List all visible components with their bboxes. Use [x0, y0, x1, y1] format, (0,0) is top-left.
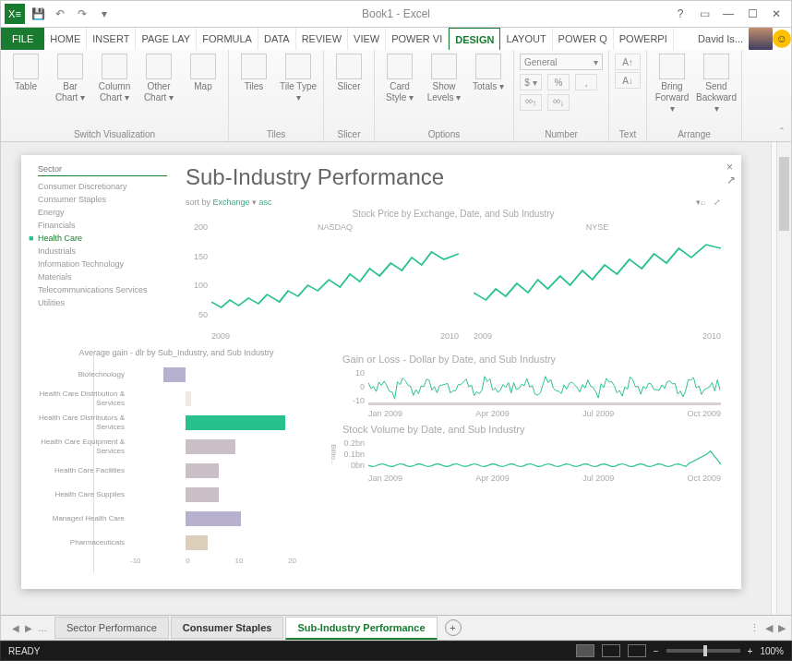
- sort-field[interactable]: Exchange: [213, 198, 250, 207]
- hscroll-left-icon[interactable]: ◀: [765, 622, 773, 634]
- legend-item[interactable]: Telecommunications Services: [38, 283, 167, 296]
- zoom-out-button[interactable]: −: [654, 646, 659, 656]
- tab-data[interactable]: DATA: [258, 28, 296, 50]
- avg-gain-bar-chart[interactable]: Average gain - dlr by Sub_Industry, and …: [38, 348, 315, 565]
- gain-loss-chart[interactable]: 10 0 -10 Jan 2009 Apr 2009 Jul 20: [342, 368, 721, 418]
- tab-layout[interactable]: LAYOUT: [500, 28, 552, 50]
- zoom-level[interactable]: 100%: [760, 646, 784, 656]
- undo-icon[interactable]: ↶: [51, 5, 69, 23]
- sort-dir[interactable]: asc: [259, 198, 272, 207]
- increase-decimal-button[interactable]: ⁰⁰↑: [520, 94, 542, 111]
- increase-font-button[interactable]: A↑: [615, 54, 641, 70]
- slicer-button[interactable]: Slicer: [330, 54, 368, 92]
- other-chart-button[interactable]: Other Chart ▾: [139, 54, 178, 103]
- map-button[interactable]: Map: [184, 54, 222, 92]
- bar-row[interactable]: Health Care Supplies: [130, 483, 315, 507]
- page-break-view-button[interactable]: [628, 644, 646, 657]
- tab-insert[interactable]: INSERT: [87, 28, 136, 50]
- currency-button[interactable]: $ ▾: [520, 74, 542, 90]
- sheet-nav-prev-icon[interactable]: ◀: [12, 623, 19, 633]
- ribbon-options-icon[interactable]: ▭: [695, 6, 714, 22]
- popout-expand-icon[interactable]: ↗: [726, 174, 736, 186]
- y-axis-label: Billio..: [330, 444, 338, 463]
- bar-chart-button[interactable]: Bar Chart ▾: [51, 54, 90, 103]
- bar-row[interactable]: Health Care Distributors & Services: [130, 411, 315, 435]
- column-chart-button[interactable]: Column Chart ▾: [95, 54, 134, 103]
- tab-powerpivot[interactable]: POWERPI: [614, 28, 674, 50]
- tab-power-view[interactable]: POWER VI: [386, 28, 449, 50]
- bar-row[interactable]: Pharmaceuticals: [130, 531, 315, 555]
- legend-item[interactable]: Materials: [38, 270, 167, 283]
- report-canvas[interactable]: × ↗ Sector Consumer Discretionary Consum…: [1, 142, 776, 615]
- sheet-tab[interactable]: Consumer Staples: [171, 617, 284, 639]
- sheet-tab[interactable]: Sector Performance: [54, 617, 169, 639]
- save-icon[interactable]: 💾: [29, 5, 47, 23]
- feedback-icon[interactable]: ☺: [773, 30, 791, 48]
- legend-item[interactable]: Utilities: [38, 296, 167, 309]
- bar-row[interactable]: Health Care Distribution & Services: [130, 387, 315, 411]
- bar-row[interactable]: Health Care Equipment & Services: [130, 435, 315, 459]
- zoom-slider[interactable]: [666, 649, 740, 653]
- signed-in-user[interactable]: David Is...: [692, 33, 749, 44]
- close-icon[interactable]: ✕: [767, 6, 786, 22]
- stock-price-chart[interactable]: sort by Exchange ▾ asc ▾⌕ ⤢ Stock Price …: [186, 198, 721, 341]
- bar-row[interactable]: Managed Health Care: [130, 507, 315, 531]
- maximize-icon[interactable]: ☐: [743, 6, 762, 22]
- page-layout-view-button[interactable]: [602, 644, 620, 657]
- add-sheet-button[interactable]: +: [445, 619, 462, 636]
- power-view-report[interactable]: × ↗ Sector Consumer Discretionary Consum…: [21, 155, 741, 589]
- excel-icon[interactable]: X≡: [5, 4, 25, 24]
- legend-item[interactable]: Industrials: [38, 245, 167, 258]
- collapse-ribbon-icon[interactable]: ˆ: [780, 126, 784, 138]
- tab-file[interactable]: FILE: [1, 28, 44, 50]
- legend-item[interactable]: Consumer Staples: [38, 193, 167, 206]
- avatar[interactable]: [749, 27, 773, 51]
- bar-row[interactable]: Biotechnology: [130, 363, 315, 387]
- scrollbar-thumb[interactable]: [779, 157, 789, 231]
- number-format-select[interactable]: General▾: [520, 54, 603, 70]
- popout-close-icon[interactable]: ×: [726, 161, 733, 174]
- help-icon[interactable]: ?: [671, 6, 690, 22]
- tab-review[interactable]: REVIEW: [296, 28, 348, 50]
- sheet-options-icon[interactable]: ⋮: [750, 622, 760, 634]
- tab-home[interactable]: HOME: [44, 28, 87, 50]
- popout-icon[interactable]: ⤢: [714, 198, 721, 207]
- tile-type-button[interactable]: Tile Type ▾: [279, 54, 318, 103]
- normal-view-button[interactable]: [576, 644, 594, 657]
- bar-row[interactable]: Health Care Facilities: [130, 459, 315, 483]
- sheet-tab-active[interactable]: Sub-Industry Performance: [285, 617, 437, 640]
- tab-design[interactable]: DESIGN: [449, 28, 500, 50]
- totals-button[interactable]: Totals ▾: [469, 54, 508, 92]
- decrease-font-button[interactable]: A↓: [615, 72, 641, 89]
- filter-icon[interactable]: ▾⌕: [696, 198, 705, 207]
- tab-formulas[interactable]: FORMULA: [197, 28, 258, 50]
- redo-icon[interactable]: ↷: [73, 5, 91, 23]
- legend-item[interactable]: Consumer Discretionary: [38, 180, 167, 193]
- comma-button[interactable]: ‚: [575, 74, 597, 90]
- legend-item[interactable]: Energy: [38, 206, 167, 219]
- minimize-icon[interactable]: —: [719, 6, 738, 22]
- tab-page-layout[interactable]: PAGE LAY: [136, 28, 197, 50]
- qat-dropdown-icon[interactable]: ▾: [95, 5, 114, 23]
- send-backward-button[interactable]: Send Backward ▾: [697, 54, 736, 114]
- percent-button[interactable]: %: [547, 74, 570, 90]
- legend-item[interactable]: Information Technology: [38, 258, 167, 270]
- zoom-in-button[interactable]: +: [748, 646, 753, 656]
- legend-item-active[interactable]: Health Care: [38, 232, 167, 245]
- tab-view[interactable]: VIEW: [348, 28, 386, 50]
- hscroll-right-icon[interactable]: ▶: [778, 622, 786, 634]
- vertical-scrollbar[interactable]: [776, 142, 791, 615]
- legend-item[interactable]: Financials: [38, 219, 167, 232]
- show-levels-button[interactable]: Show Levels ▾: [425, 54, 463, 103]
- decrease-decimal-button[interactable]: ⁰⁰↓: [547, 94, 570, 111]
- sheet-nav-menu-icon[interactable]: …: [38, 623, 47, 633]
- bar-label: Pharmaceuticals: [38, 538, 125, 547]
- sector-legend[interactable]: Sector Consumer Discretionary Consumer S…: [38, 164, 167, 344]
- bring-forward-button[interactable]: Bring Forward ▾: [653, 54, 691, 114]
- tiles-button[interactable]: Tiles: [234, 54, 273, 92]
- tab-power-query[interactable]: POWER Q: [553, 28, 614, 50]
- sheet-nav-next-icon[interactable]: ▶: [25, 623, 32, 633]
- card-style-button[interactable]: Card Style ▾: [380, 54, 419, 103]
- volume-chart[interactable]: 0.2bn 0.1bn 0bn Billio.. Jan 2009 Apr 20…: [342, 438, 721, 483]
- table-button[interactable]: Table: [6, 54, 45, 92]
